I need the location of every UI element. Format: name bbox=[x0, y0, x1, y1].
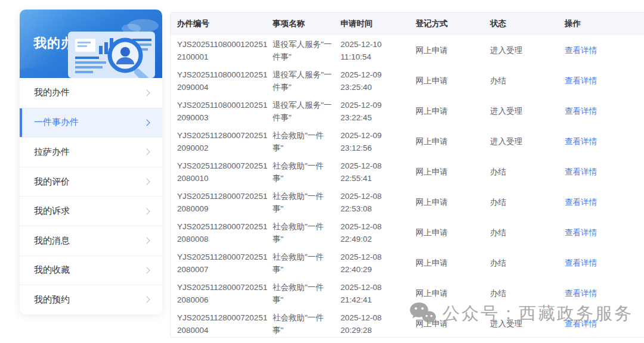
chevron-right-icon bbox=[143, 119, 150, 126]
cell-item-name: 社会救助"一件事" bbox=[273, 160, 340, 185]
sidebar: 我的办事 bbox=[20, 10, 162, 314]
cell-case-id: YJS20251128000720251 2080006 bbox=[177, 281, 273, 306]
cell-apply-time: 2025-12-09 23:25:40 bbox=[340, 68, 416, 93]
cell-apply-time: 2025-12-08 22:53:08 bbox=[340, 190, 416, 215]
cell-method: 网上申请 bbox=[416, 196, 490, 208]
cell-case-id: YJS20251128000720251 2080008 bbox=[177, 220, 273, 245]
cell-method: 网上申请 bbox=[416, 74, 490, 87]
sidebar-header: 我的办事 bbox=[20, 10, 162, 78]
cell-item-name: 社会救助"一件事" bbox=[273, 311, 340, 336]
view-details-link[interactable]: 查看详情 bbox=[565, 74, 644, 87]
cell-status: 进入受理 bbox=[490, 135, 565, 148]
sidebar-item-link[interactable]: 我的预约 bbox=[20, 285, 162, 314]
cell-item-name: 退役军人服务"一件事" bbox=[273, 99, 340, 124]
view-details-link[interactable]: 查看详情 bbox=[565, 196, 644, 208]
table-row: YJS20251128000720251 2080009 社会救助"一件事" 2… bbox=[171, 187, 644, 217]
view-details-link[interactable]: 查看详情 bbox=[565, 135, 644, 148]
cell-item-name: 社会救助"一件事" bbox=[273, 251, 340, 276]
view-details-link[interactable]: 查看详情 bbox=[565, 44, 644, 57]
sidebar-item-link[interactable]: 我的办件 bbox=[20, 78, 162, 108]
cell-apply-time: 2025-12-08 22:55:41 bbox=[340, 160, 416, 185]
cell-status: 办结 bbox=[490, 74, 565, 87]
chevron-right-icon bbox=[143, 89, 150, 96]
cell-case-id: YJS20251128000720251 2080004 bbox=[177, 311, 273, 336]
sidebar-menu: 我的办件 一件事办件 拉萨办件 我的评价 我的诉求 我的消息 我的收藏 我的预约 bbox=[20, 78, 162, 314]
table-row: YJS20251128000720251 2080006 社会救助"一件事" 2… bbox=[171, 278, 644, 308]
sidebar-item-label: 我的评价 bbox=[34, 176, 70, 188]
sidebar-item-label: 我的办件 bbox=[34, 87, 70, 98]
table-row: YJS20251108000120251 2090004 退役军人服务"一件事"… bbox=[171, 66, 644, 96]
cell-apply-time: 2025-12-08 22:49:02 bbox=[340, 220, 416, 245]
sidebar-item-link[interactable]: 我的收藏 bbox=[20, 255, 162, 285]
cell-apply-time: 2025-12-10 11:10:54 bbox=[340, 38, 416, 63]
chevron-right-icon bbox=[143, 238, 150, 244]
cell-method: 网上申请 bbox=[416, 105, 490, 117]
sidebar-item-active[interactable]: 一件事办件 bbox=[20, 108, 162, 138]
sidebar-item-link[interactable]: 拉萨办件 bbox=[20, 137, 162, 167]
cell-item-name: 退役军人服务"一件事" bbox=[273, 38, 340, 63]
cell-status: 进入受理 bbox=[490, 44, 565, 57]
document-search-illustration bbox=[55, 18, 162, 78]
cell-case-id: YJS20251128000720251 2080010 bbox=[177, 160, 273, 185]
chevron-right-icon bbox=[143, 208, 150, 214]
cases-table-panel: 办件编号事项名称申请时间登记方式状态操作 YJS2025110800012025… bbox=[170, 12, 644, 338]
sidebar-item-link[interactable]: 我的消息 bbox=[20, 226, 162, 255]
cell-case-id: YJS20251128000720251 2080007 bbox=[177, 251, 273, 276]
cloud-icon bbox=[122, 19, 159, 33]
view-details-link[interactable]: 查看详情 bbox=[565, 226, 644, 239]
view-details-link[interactable]: 查看详情 bbox=[565, 287, 644, 300]
sidebar-item-link[interactable]: 我的评价 bbox=[20, 167, 162, 197]
cell-item-name: 社会救助"一件事" bbox=[273, 190, 340, 215]
table-column-header: 状态 bbox=[490, 18, 565, 29]
sidebar-item-link[interactable]: 我的诉求 bbox=[20, 196, 162, 226]
cell-status: 进入受理 bbox=[490, 105, 565, 117]
view-details-link[interactable]: 查看详情 bbox=[565, 166, 644, 178]
cell-apply-time: 2025-12-08 22:40:29 bbox=[340, 251, 416, 276]
cell-status: 办结 bbox=[490, 226, 565, 239]
cell-status: 办结 bbox=[490, 166, 565, 178]
cell-status: 办结 bbox=[490, 257, 565, 269]
table-row: YJS20251128000720251 2080008 社会救助"一件事" 2… bbox=[171, 217, 644, 248]
cell-case-id: YJS20251108000120251 2100001 bbox=[177, 38, 273, 63]
table-row: YJS20251128000720251 2090002 社会救助"一件事" 2… bbox=[171, 126, 644, 157]
my-services-page: 我的办事 bbox=[0, 0, 644, 343]
cell-method: 网上申请 bbox=[416, 257, 490, 269]
sidebar-item-label: 拉萨办件 bbox=[34, 146, 70, 158]
cell-case-id: YJS20251108000120251 2090003 bbox=[177, 99, 273, 124]
cell-method: 网上申请 bbox=[416, 287, 490, 300]
cell-apply-time: 2025-12-09 23:22:45 bbox=[340, 99, 416, 124]
cell-case-id: YJS20251128000720251 2090002 bbox=[177, 129, 273, 154]
table-column-header: 操作 bbox=[565, 18, 644, 29]
table-row: YJS20251128000720251 2080010 社会救助"一件事" 2… bbox=[171, 157, 644, 187]
table-body: YJS20251108000120251 2100001 退役军人服务"一件事"… bbox=[171, 35, 644, 338]
cell-case-id: YJS20251108000120251 2090004 bbox=[177, 68, 273, 93]
sidebar-item-label: 我的预约 bbox=[34, 294, 70, 305]
cell-case-id: YJS20251128000720251 2080009 bbox=[177, 190, 273, 215]
table-header-row: 办件编号事项名称申请时间登记方式状态操作 bbox=[171, 13, 644, 35]
cell-item-name: 社会救助"一件事" bbox=[273, 220, 340, 245]
sidebar-item-label: 我的收藏 bbox=[34, 264, 70, 276]
cell-status: 办结 bbox=[490, 196, 565, 208]
cell-method: 网上申请 bbox=[416, 44, 490, 57]
sidebar-item-label: 我的消息 bbox=[34, 235, 70, 247]
view-details-link[interactable]: 查看详情 bbox=[565, 105, 644, 117]
view-details-link[interactable]: 查看详情 bbox=[565, 317, 644, 330]
chevron-right-icon bbox=[143, 178, 150, 185]
cell-item-name: 社会救助"一件事" bbox=[273, 129, 340, 154]
cell-method: 网上申请 bbox=[416, 135, 490, 148]
cell-method: 网上申请 bbox=[416, 226, 490, 239]
cell-status: 进入受理 bbox=[490, 317, 565, 330]
table-row: YJS20251108000120251 2100001 退役军人服务"一件事"… bbox=[171, 35, 644, 66]
view-details-link[interactable]: 查看详情 bbox=[565, 257, 644, 269]
sidebar-item-label: 我的诉求 bbox=[34, 205, 70, 217]
table-column-header: 事项名称 bbox=[273, 18, 340, 29]
table-row: YJS20251128000720251 2080007 社会救助"一件事" 2… bbox=[171, 248, 644, 278]
chevron-right-icon bbox=[143, 267, 150, 273]
cell-item-name: 退役军人服务"一件事" bbox=[273, 68, 340, 93]
chevron-right-icon bbox=[143, 149, 150, 155]
table-column-header: 登记方式 bbox=[416, 18, 490, 29]
table-row: YJS20251128000720251 2080004 社会救助"一件事" 2… bbox=[171, 308, 644, 338]
cell-method: 网上申请 bbox=[416, 166, 490, 178]
cell-item-name: 社会救助"一件事" bbox=[273, 281, 340, 306]
cell-apply-time: 2025-12-08 20:29:28 bbox=[340, 311, 416, 336]
